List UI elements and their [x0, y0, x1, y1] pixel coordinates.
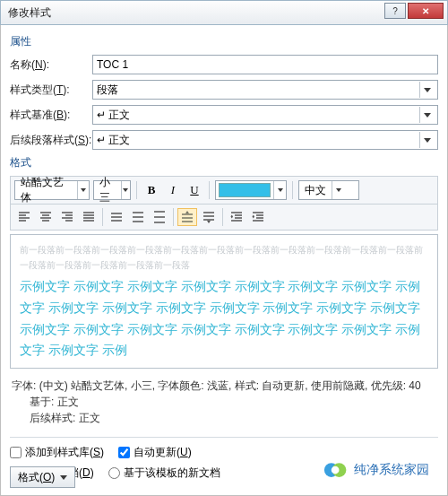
name-input[interactable]: [92, 55, 438, 74]
chevron-down-icon: [419, 82, 434, 98]
style-description: 字体: (中文) 站酷文艺体, 小三, 字体颜色: 浅蓝, 样式: 自动更新, …: [10, 374, 438, 430]
label-name: 名称(N):: [10, 57, 92, 73]
label-type: 样式类型(T):: [10, 83, 92, 98]
font-family-select[interactable]: 站酷文艺体: [14, 180, 90, 200]
language-select[interactable]: 中文: [298, 180, 359, 200]
add-to-gallery-checkbox[interactable]: 添加到样式库(S): [10, 445, 104, 460]
format-menu-button[interactable]: 格式(O): [10, 466, 75, 488]
label-following: 后续段落样式(S):: [10, 133, 92, 148]
font-color-picker[interactable]: [215, 180, 287, 200]
desc-line-3: 后续样式: 正文: [12, 410, 436, 426]
color-swatch: [219, 183, 271, 197]
indent-increase-button[interactable]: [248, 208, 268, 226]
line-spacing-2-button[interactable]: [150, 208, 169, 226]
align-left-button[interactable]: [14, 208, 34, 226]
auto-update-checkbox[interactable]: 自动更新(U): [118, 445, 192, 460]
close-button[interactable]: ✕: [408, 3, 444, 19]
chevron-down-icon: [77, 181, 89, 199]
desc-line-1: 字体: (中文) 站酷文艺体, 小三, 字体颜色: 浅蓝, 样式: 自动更新, …: [12, 378, 436, 394]
window-title: 修改样式: [8, 5, 51, 21]
italic-button[interactable]: I: [164, 181, 182, 199]
preview-before: 前一段落前一段落前一段落前一段落前一段落前一段落前一段落前一段落前一段落前一段落…: [20, 242, 428, 273]
based-on-select[interactable]: ↵ 正文: [92, 105, 438, 125]
space-before-inc-button[interactable]: [177, 208, 197, 226]
chevron-down-icon: [273, 181, 286, 199]
desc-line-2: 基于: 正文: [12, 394, 436, 410]
align-right-button[interactable]: [57, 208, 77, 226]
watermark-icon: [323, 457, 349, 483]
indent-decrease-button[interactable]: [227, 208, 246, 226]
row-type: 样式类型(T): 段落: [10, 80, 438, 100]
svg-point-2: [332, 466, 340, 474]
footer: 格式(O) 纯净系统家园: [10, 466, 438, 488]
chevron-down-icon: [419, 132, 434, 148]
align-center-button[interactable]: [36, 208, 56, 226]
format-toolbar-1: 站酷文艺体 小三 B I U 中文: [10, 176, 438, 204]
chevron-down-icon: [121, 181, 130, 199]
watermark: 纯净系统家园: [323, 457, 429, 483]
line-spacing-15-button[interactable]: [128, 208, 148, 226]
preview-after: 下一段落下一段落下一段落下一段落下一段落下一段落下一段落下一段落下一段落下一段落…: [20, 365, 428, 369]
chevron-down-icon: [332, 181, 344, 199]
style-type-select[interactable]: 段落: [92, 80, 438, 100]
chevron-down-icon: [419, 107, 434, 123]
dialog-body: 属性 名称(N): 样式类型(T): 段落 样式基准(B): ↵ 正文 后续段落…: [0, 25, 448, 496]
section-format: 格式: [10, 155, 438, 170]
preview-box: 前一段落前一段落前一段落前一段落前一段落前一段落前一段落前一段落前一段落前一段落…: [10, 234, 438, 369]
section-properties: 属性: [10, 34, 438, 49]
help-button[interactable]: ?: [384, 3, 406, 19]
format-toolbar-2: [10, 204, 438, 231]
font-size-select[interactable]: 小三: [93, 180, 131, 200]
row-name: 名称(N):: [10, 55, 438, 74]
underline-button[interactable]: U: [185, 181, 203, 199]
line-spacing-1-button[interactable]: [107, 208, 126, 226]
title-bar: 修改样式 ? ✕: [0, 0, 448, 25]
bold-button[interactable]: B: [142, 181, 160, 199]
window-controls: ? ✕: [384, 3, 444, 19]
chevron-down-icon: [60, 471, 67, 483]
row-based: 样式基准(B): ↵ 正文: [10, 105, 438, 125]
divider: [10, 437, 438, 438]
space-before-dec-button[interactable]: [199, 208, 219, 226]
label-based: 样式基准(B):: [10, 108, 92, 123]
following-style-select[interactable]: ↵ 正文: [92, 130, 438, 150]
watermark-text: 纯净系统家园: [354, 462, 429, 478]
align-justify-button[interactable]: [79, 208, 99, 226]
preview-sample: 示例文字 示例文字 示例文字 示例文字 示例文字 示例文字 示例文字 示例文字 …: [20, 273, 428, 365]
row-following: 后续段落样式(S): ↵ 正文: [10, 130, 438, 150]
